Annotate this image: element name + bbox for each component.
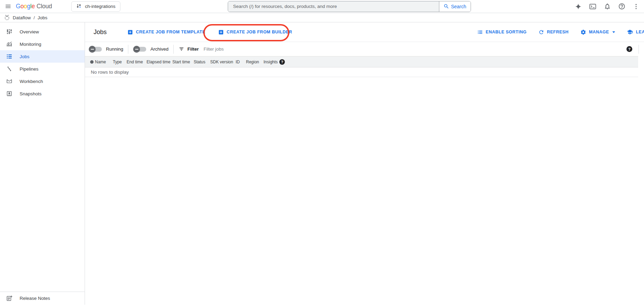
gear-icon [580, 29, 586, 35]
sidebar-item-label: Pipelines [20, 66, 39, 72]
hamburger-icon [5, 3, 11, 10]
search-placeholder: Search (/) for resources, docs, products… [233, 4, 337, 9]
create-job-from-builder-label: CREATE JOB FROM BUILDER [227, 30, 292, 34]
search-button-label: Search [451, 4, 466, 9]
breadcrumb-product[interactable]: Dataflow [13, 15, 31, 20]
column-header-sdk-version: SDK version [210, 60, 236, 64]
divider [128, 45, 128, 54]
help-button[interactable] [618, 3, 625, 10]
create-job-from-template-label: CREATE JOB FROM TEMPLATE [136, 30, 205, 34]
more-vert-icon [633, 3, 640, 10]
create-job-from-template-button[interactable]: CREATE JOB FROM TEMPLATE [127, 29, 205, 35]
project-icon [76, 3, 82, 9]
sidebar-spacer [0, 100, 85, 292]
overview-icon [6, 28, 13, 35]
gemini-sparkle-icon [575, 3, 582, 10]
search-input[interactable]: Search (/) for resources, docs, products… [228, 1, 439, 12]
archived-toggle-label: Archived [150, 46, 169, 52]
bell-icon [604, 3, 611, 10]
sidebar-item-pipelines[interactable]: Pipelines [0, 63, 85, 75]
learn-label: LEARN [636, 30, 644, 34]
refresh-icon [538, 29, 544, 35]
insights-help-icon[interactable]: ? [279, 59, 285, 65]
school-icon [627, 29, 633, 35]
create-job-from-builder-button[interactable]: CREATE JOB FROM BUILDER [218, 29, 292, 35]
main-menu-button[interactable] [0, 0, 16, 13]
table-empty-row: No rows to display [85, 67, 638, 77]
sidebar-item-label: Workbench [20, 79, 43, 84]
enable-sorting-button[interactable]: ENABLE SORTING [477, 29, 527, 35]
jobs-list-icon [6, 53, 13, 60]
sidebar-item-snapshots[interactable]: Snapshots [0, 87, 85, 100]
search-button[interactable]: Search [439, 1, 471, 12]
filter-icon [179, 46, 184, 52]
project-selector[interactable]: ch-integrations [71, 1, 120, 12]
logo-google: Google [16, 3, 35, 10]
search-icon [443, 3, 449, 9]
divider [638, 45, 639, 54]
archived-toggle[interactable]: Archived [133, 46, 169, 52]
search-bar[interactable]: Search (/) for resources, docs, products… [228, 1, 471, 12]
column-header-status: Status [194, 60, 210, 64]
refresh-button[interactable]: REFRESH [538, 29, 569, 35]
breadcrumb-page: Jobs [37, 15, 47, 20]
manage-label: MANAGE [589, 30, 609, 34]
help-icon [618, 3, 625, 10]
column-header-type: Type [113, 60, 127, 64]
column-header-elapsed-time: Elapsed time [147, 60, 172, 64]
workbench-icon [6, 78, 13, 85]
enable-sorting-label: ENABLE SORTING [486, 30, 527, 34]
top-app-bar: Google Cloud ch-integrations Search (/) … [0, 0, 644, 13]
sidebar-item-overview[interactable]: Overview [0, 25, 85, 38]
learn-button[interactable]: LEARN [627, 29, 644, 35]
monitoring-icon [6, 41, 13, 48]
sidebar-item-jobs[interactable]: Jobs [0, 50, 85, 63]
filter-row: Running Archived Filter Filter jobs ? [85, 42, 644, 56]
divider [173, 45, 174, 54]
filter-help-icon[interactable]: ? [626, 46, 632, 52]
column-header-id: ID [236, 60, 246, 64]
sidebar-item-label: Snapshots [20, 91, 42, 96]
release-notes-icon [6, 295, 13, 302]
toggle-switch-icon[interactable] [134, 47, 146, 52]
filter-button[interactable]: Filter [179, 46, 199, 52]
cloud-shell-icon [589, 3, 597, 10]
release-notes-label: Release Notes [20, 296, 50, 301]
status-dot-icon [90, 60, 94, 64]
sidebar-nav: Overview Monitoring Jobs [0, 22, 85, 305]
sidebar-item-label: Jobs [20, 54, 30, 59]
cloud-shell-button[interactable] [589, 3, 597, 10]
refresh-label: REFRESH [547, 30, 569, 34]
project-name: ch-integrations [85, 4, 116, 9]
topbar-icon-group [575, 3, 644, 10]
notifications-button[interactable] [603, 3, 611, 10]
running-toggle-label: Running [106, 46, 123, 52]
toggle-switch-icon[interactable] [89, 47, 102, 52]
sidebar-item-release-notes[interactable]: Release Notes [0, 292, 85, 305]
sidebar-item-monitoring[interactable]: Monitoring [0, 38, 85, 50]
more-options-button[interactable] [632, 3, 640, 10]
manage-button[interactable]: MANAGE [580, 29, 615, 35]
column-header-region: Region [246, 60, 264, 64]
google-cloud-logo[interactable]: Google Cloud [16, 3, 52, 10]
header-actions: ENABLE SORTING REFRESH MANAGE [465, 29, 644, 35]
snapshots-icon [6, 90, 13, 97]
sidebar-item-label: Overview [20, 29, 39, 34]
sidebar-item-workbench[interactable]: Workbench [0, 75, 85, 87]
breadcrumb-separator: / [34, 15, 35, 20]
main-content: Jobs CREATE JOB FROM TEMPLATE CREATE JOB… [85, 22, 644, 305]
add-box-icon [127, 29, 133, 35]
column-header-insights: Insights [264, 60, 279, 64]
column-header-start-time: Start time [172, 60, 194, 64]
page-header: Jobs CREATE JOB FROM TEMPLATE CREATE JOB… [85, 22, 644, 42]
filter-jobs-input[interactable]: Filter jobs [204, 46, 626, 52]
running-toggle[interactable]: Running [89, 46, 123, 52]
table-header-row: Name Type End time Elapsed time Start ti… [85, 56, 638, 67]
pipelines-icon [6, 65, 13, 72]
chevron-down-icon [612, 31, 615, 33]
dataflow-icon [4, 14, 10, 21]
sidebar-item-label: Monitoring [20, 42, 41, 47]
gemini-button[interactable] [575, 3, 582, 10]
column-header-name: Name [95, 60, 113, 64]
breadcrumb: Dataflow / Jobs [0, 13, 644, 22]
